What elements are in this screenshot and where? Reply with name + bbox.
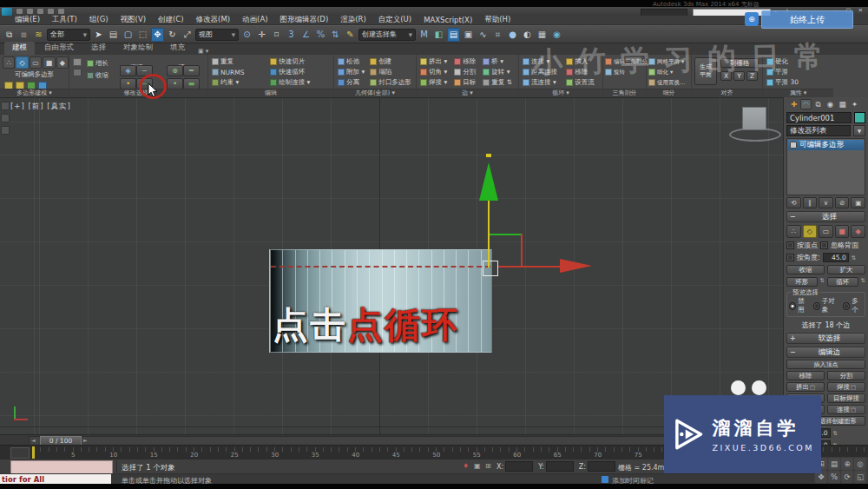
toolbar-item[interactable]: ∿ bbox=[477, 28, 490, 42]
ribbon-geometry-item[interactable]: 封口多边形 bbox=[370, 77, 412, 88]
ribbon-tab[interactable]: 自由形式 bbox=[36, 42, 82, 55]
toolbar-item[interactable]: ⤢ bbox=[181, 28, 194, 42]
grow-icon[interactable] bbox=[87, 60, 94, 67]
open-file-icon[interactable] bbox=[27, 9, 33, 14]
macro-recorder-box[interactable] bbox=[10, 460, 113, 474]
ribbon-edit-item[interactable]: 快速切片 bbox=[270, 56, 330, 67]
undo-icon[interactable] bbox=[48, 9, 54, 14]
panel-label-geometry[interactable]: 几何体(全部) ▾ bbox=[334, 89, 416, 97]
ribbon-edge-item[interactable]: 切角 ▾ bbox=[420, 67, 450, 77]
menu-item[interactable]: 自定义(U) bbox=[378, 15, 411, 25]
viewport-nav-icon[interactable]: ◱ bbox=[854, 471, 866, 483]
toolbar-item[interactable]: ▤ bbox=[107, 28, 120, 42]
edge-tool-button[interactable]: 移除 bbox=[786, 371, 825, 380]
edge-tool-button[interactable]: 焊接□ bbox=[827, 382, 865, 392]
loop-tool-button[interactable]: ◈ bbox=[120, 65, 136, 76]
stack-tool-button[interactable]: ∨ bbox=[819, 197, 833, 208]
viewport-nav-icon[interactable]: ▤ bbox=[828, 458, 840, 470]
ring-button[interactable]: 环形 bbox=[786, 277, 818, 287]
ribbon-tab[interactable]: 建模 bbox=[4, 42, 35, 55]
toolbar-item[interactable]: M bbox=[418, 28, 431, 42]
ribbon-geometry-item[interactable]: 分离 bbox=[338, 77, 365, 88]
viewport-label[interactable]: [+] [前] [真实] bbox=[10, 102, 71, 112]
command-panel-tab[interactable]: ◉ bbox=[825, 99, 836, 109]
toolbar-item[interactable]: ≋ bbox=[32, 28, 45, 42]
toolbar-item[interactable]: ✎ bbox=[344, 28, 357, 42]
subobject-mode-icon[interactable]: ◇ bbox=[16, 56, 28, 69]
toolbar-item[interactable]: ⌗ bbox=[491, 28, 504, 42]
current-frame-marker[interactable] bbox=[32, 446, 35, 459]
shrink-icon[interactable] bbox=[87, 72, 94, 79]
angle-spinner[interactable]: ⇅ bbox=[852, 254, 856, 261]
subobject-button[interactable]: ∴ bbox=[786, 225, 801, 238]
angle-value-field[interactable]: 45.0 bbox=[823, 253, 849, 262]
toolbar-item[interactable]: ▤ bbox=[447, 28, 460, 42]
toolbar-item[interactable]: ⬚ bbox=[136, 28, 149, 42]
subobject-mode-icon[interactable]: ◆ bbox=[56, 56, 69, 69]
coordinate-field[interactable]: X: bbox=[496, 461, 533, 472]
panel-label-subdivision[interactable]: 细分 bbox=[647, 89, 691, 97]
ribbon-edge-item[interactable]: 移除 bbox=[454, 56, 478, 67]
menu-item[interactable]: 组(G) bbox=[89, 15, 108, 25]
gizmo-y-arrow[interactable] bbox=[479, 162, 498, 201]
modifier-stack[interactable]: 可编辑多边形 bbox=[786, 138, 865, 195]
keyframe-icon[interactable]: ♦ bbox=[463, 462, 469, 470]
stack-tool-button[interactable]: ▣ bbox=[851, 197, 865, 208]
toolbar-item[interactable]: ✥ bbox=[151, 28, 164, 42]
ribbon-geometry-item[interactable]: 松弛 bbox=[338, 56, 365, 67]
grow-button[interactable]: 扩大 bbox=[827, 265, 865, 274]
app-icon[interactable] bbox=[2, 8, 12, 16]
preview-radio[interactable]: 禁用 bbox=[789, 297, 809, 314]
stack-tool-button[interactable]: ⊘ bbox=[835, 197, 850, 208]
save-file-icon[interactable] bbox=[37, 9, 43, 14]
viewcube-cube[interactable] bbox=[742, 107, 766, 130]
ribbon-edge-item[interactable]: 焊接 ▾ bbox=[420, 77, 450, 88]
toolbar-item[interactable]: ⌑ bbox=[270, 28, 283, 42]
toolbar-item[interactable]: ✛ bbox=[255, 28, 268, 42]
upload-button[interactable]: 始终上传 bbox=[761, 10, 853, 29]
ribbon-edit-item[interactable]: 快速循环 bbox=[270, 67, 330, 77]
ribbon-edit-item[interactable]: NURMS bbox=[212, 67, 264, 77]
panel-label-modify-selection[interactable]: 修改选择 ▾ bbox=[69, 89, 207, 97]
menu-item[interactable]: 创建(C) bbox=[158, 15, 184, 25]
ribbon-edge-item[interactable]: 分割 bbox=[454, 67, 478, 77]
shrink-label[interactable]: 收缩 bbox=[95, 71, 108, 80]
menu-item[interactable]: 帮助(H) bbox=[484, 15, 510, 25]
subobject-mode-icon[interactable]: ∴ bbox=[3, 56, 15, 69]
subobject-mode-icon[interactable]: ■ bbox=[43, 56, 55, 69]
viewport-nav-icon[interactable]: % bbox=[828, 471, 840, 483]
toolbar-item[interactable]: 全部▼ bbox=[47, 29, 90, 41]
command-panel-tab[interactable]: ⧉ bbox=[812, 99, 824, 109]
selection-tool-icon[interactable] bbox=[73, 69, 82, 76]
toolbar-item[interactable]: ▢ bbox=[122, 28, 135, 42]
menu-item[interactable]: 编辑(E) bbox=[15, 15, 40, 25]
subobject-mode-icon[interactable]: ▭ bbox=[30, 56, 42, 69]
command-panel-tab[interactable]: ◠ bbox=[800, 99, 812, 109]
prev-frame-icon[interactable]: ◄ bbox=[31, 437, 36, 443]
stack-item-editable-poly[interactable]: 可编辑多边形 bbox=[788, 140, 864, 150]
command-panel-tab[interactable]: ✦ bbox=[849, 99, 860, 109]
ribbon-edit-item[interactable]: 约束 ▾ bbox=[212, 77, 264, 88]
viewport-nav-icon[interactable]: ⟳ bbox=[841, 471, 853, 483]
toolbar-item[interactable]: ↻ bbox=[166, 28, 179, 42]
toolbar-item[interactable]: ∠ bbox=[299, 28, 312, 42]
ribbon-tab[interactable]: 对象绘制 bbox=[115, 42, 161, 55]
time-tag-icon[interactable] bbox=[602, 476, 608, 483]
gizmo-plane-handle-red[interactable] bbox=[521, 234, 523, 268]
new-file-icon[interactable] bbox=[16, 9, 23, 14]
menu-item[interactable]: 视图(V) bbox=[121, 15, 146, 25]
ribbon-edge-item[interactable]: 目标 bbox=[454, 77, 478, 88]
ring-spinner[interactable]: ⇅ bbox=[820, 277, 825, 287]
subobject-button[interactable]: ◆ bbox=[851, 225, 865, 238]
menu-item[interactable]: 工具(T) bbox=[52, 15, 77, 25]
coordinate-field[interactable]: Z: bbox=[579, 461, 615, 472]
viewport-nav-icon[interactable]: ⊕ bbox=[841, 458, 853, 470]
toolbar-item[interactable]: 创建选择集▼ bbox=[358, 29, 416, 41]
toolbar-item[interactable]: 视图▼ bbox=[195, 29, 239, 41]
ribbon-edge-item[interactable]: 旋转 ▾ bbox=[483, 67, 515, 77]
redo-icon[interactable] bbox=[58, 9, 64, 14]
loop-button[interactable]: 循环 bbox=[827, 277, 858, 287]
edge-tool-button[interactable]: 挤出□ bbox=[786, 382, 825, 392]
menu-item[interactable]: 渲染(R) bbox=[340, 15, 366, 25]
panel-label-edit[interactable]: 编辑 bbox=[208, 89, 333, 97]
